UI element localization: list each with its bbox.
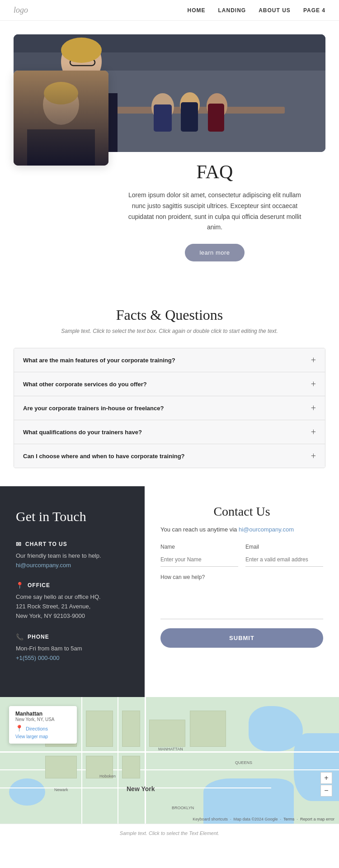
contact-section: Get in Touch ✉ CHART TO US Our friendly … xyxy=(0,486,339,697)
contact-office-heading: 📍 OFFICE xyxy=(16,582,129,589)
form-how-group: How can we help? xyxy=(160,574,323,619)
map-directions-link[interactable]: Directions xyxy=(26,726,48,731)
hero-card xyxy=(14,71,108,166)
accordion-question-4: What qualifications do your trainers hav… xyxy=(23,429,142,436)
nav-home[interactable]: HOME xyxy=(188,7,206,14)
how-label: How can we help? xyxy=(160,574,323,580)
phone-icon: 📞 xyxy=(16,633,24,640)
accordion-plus-1: + xyxy=(311,356,316,365)
accordion-item-2: What other corporate services do you off… xyxy=(14,372,325,396)
faq-accordion: What are the main features of your corpo… xyxy=(14,348,325,468)
office-text-2: 121 Rock Street, 21 Avenue, xyxy=(16,602,129,612)
phone-text: Mon-Fri from 8am to 5am xyxy=(16,644,129,654)
accordion-header-4[interactable]: What qualifications do your trainers hav… xyxy=(14,420,325,444)
map-label-queens: QUEENS xyxy=(235,760,252,765)
map-card-title: Manhattan xyxy=(15,711,71,717)
svg-rect-10 xyxy=(208,104,224,132)
svg-rect-6 xyxy=(154,104,172,132)
submit-button[interactable]: SUBMIT xyxy=(160,628,323,648)
form-name-group: Name xyxy=(160,544,238,567)
accordion-header-3[interactable]: Are your corporate trainers in-house or … xyxy=(14,396,325,420)
map-road-v3 xyxy=(145,697,146,824)
nav-about[interactable]: ABOUT US xyxy=(259,7,291,14)
accordion-item-1: What are the main features of your corpo… xyxy=(14,348,325,372)
envelope-icon: ✉ xyxy=(16,541,22,548)
map-section: Hoboken MANHATTAN Newark BROOKLYN New Yo… xyxy=(0,697,339,824)
map-road-v2 xyxy=(118,697,118,824)
map-block-8 xyxy=(190,711,226,747)
accordion-question-2: What other corporate services do you off… xyxy=(23,381,147,388)
accordion-header-2[interactable]: What other corporate services do you off… xyxy=(14,372,325,396)
name-input[interactable] xyxy=(160,553,238,567)
map-keyboard-shortcuts: Keyboard shortcuts xyxy=(193,817,228,821)
map-zoom-in[interactable]: + xyxy=(320,772,332,784)
nav-links: HOME LANDING ABOUT US PAGE 4 xyxy=(188,7,325,14)
map-attribution: Keyboard shortcuts · Map data ©2024 Goog… xyxy=(193,817,334,821)
learn-more-button[interactable]: learn more xyxy=(185,244,244,261)
contact-form-panel: Contact Us You can reach us anytime via … xyxy=(145,486,339,697)
logo: logo xyxy=(14,5,28,15)
how-textarea[interactable] xyxy=(160,583,323,619)
nav-landing[interactable]: LANDING xyxy=(218,7,246,14)
phone-number-link[interactable]: +1(555) 000-000 xyxy=(16,655,60,661)
hero-card-svg xyxy=(14,71,108,166)
contact-form-subtitle: You can reach us anytime via hi@ourcompa… xyxy=(160,526,323,533)
subtitle-email-link[interactable]: hi@ourcompany.com xyxy=(239,526,294,533)
accordion-plus-4: + xyxy=(311,427,316,436)
svg-point-18 xyxy=(44,82,78,104)
accordion-header-5[interactable]: Can I choose where and when to have corp… xyxy=(14,444,325,468)
map-view-larger-link[interactable]: View larger map xyxy=(15,734,71,739)
faq-title: FAQ xyxy=(122,161,307,183)
svg-rect-15 xyxy=(14,71,108,166)
accordion-plus-2: + xyxy=(311,379,316,389)
contact-form-title: Contact Us xyxy=(160,504,323,519)
map-road-h1 xyxy=(0,751,339,753)
map-block-2 xyxy=(122,711,140,747)
phone-heading-label: PHONE xyxy=(28,634,49,640)
svg-rect-4 xyxy=(14,34,325,52)
map-block-7 xyxy=(45,756,77,778)
office-text-1: Come say hello at our office HQ. xyxy=(16,593,129,602)
accordion-plus-5: + xyxy=(311,451,316,460)
navbar: logo HOME LANDING ABOUT US PAGE 4 xyxy=(0,0,339,21)
contact-phone-item: 📞 PHONE Mon-Fri from 8am to 5am +1(555) … xyxy=(16,633,129,662)
email-label: Email xyxy=(245,544,323,550)
contact-phone-heading: 📞 PHONE xyxy=(16,633,129,640)
contact-chart-heading: ✉ CHART TO US xyxy=(16,541,129,548)
map-block-1 xyxy=(86,711,113,747)
svg-rect-17 xyxy=(27,129,95,166)
svg-point-14 xyxy=(61,38,102,63)
map-water-4 xyxy=(9,778,45,806)
map-pin-icon: 📍 xyxy=(15,725,23,732)
map-label-newyork: New York xyxy=(127,785,155,792)
hero-section: FAQ Lorem ipsum dolor sit amet, consecte… xyxy=(0,21,339,280)
email-input[interactable] xyxy=(245,553,323,567)
map-zoom-out[interactable]: − xyxy=(320,785,332,797)
accordion-question-1: What are the main features of your corpo… xyxy=(23,357,175,364)
chart-email-link[interactable]: hi@ourcompany.com xyxy=(16,562,71,569)
map-report-link[interactable]: Report a map error xyxy=(300,817,334,821)
accordion-header-1[interactable]: What are the main features of your corpo… xyxy=(14,348,325,372)
map-zoom-controls: + − xyxy=(320,772,332,797)
map-water-2 xyxy=(294,733,339,801)
map-road-v1 xyxy=(81,697,82,824)
name-label: Name xyxy=(160,544,238,550)
accordion-item-5: Can I choose where and when to have corp… xyxy=(14,444,325,468)
faq-description: Lorem ipsum dolor sit amet, consectetur … xyxy=(122,190,307,233)
form-email-group: Email xyxy=(245,544,323,567)
map-card-subtitle: New York, NY, USA xyxy=(15,717,71,722)
map-label-newark: Newark xyxy=(54,787,68,792)
accordion-question-3: Are your corporate trainers in-house or … xyxy=(23,405,164,412)
map-label-brooklyn: BROOKLYN xyxy=(172,806,194,810)
chart-heading-label: CHART TO US xyxy=(25,541,67,547)
map-data-label: Map data ©2024 Google xyxy=(233,817,278,821)
nav-page4[interactable]: PAGE 4 xyxy=(303,7,325,14)
contact-left-title: Get in Touch xyxy=(16,509,129,524)
footer: Sample text. Click to select the Text El… xyxy=(0,824,339,842)
map-terms-link[interactable]: Terms xyxy=(283,817,295,821)
chart-text: Our friendly team is here to help. xyxy=(16,551,129,561)
footer-text: Sample text. Click to select the Text El… xyxy=(6,830,333,836)
accordion-plus-3: + xyxy=(311,403,316,413)
office-heading-label: OFFICE xyxy=(28,582,50,588)
office-text-3: New York, NY 92103-9000 xyxy=(16,612,129,621)
